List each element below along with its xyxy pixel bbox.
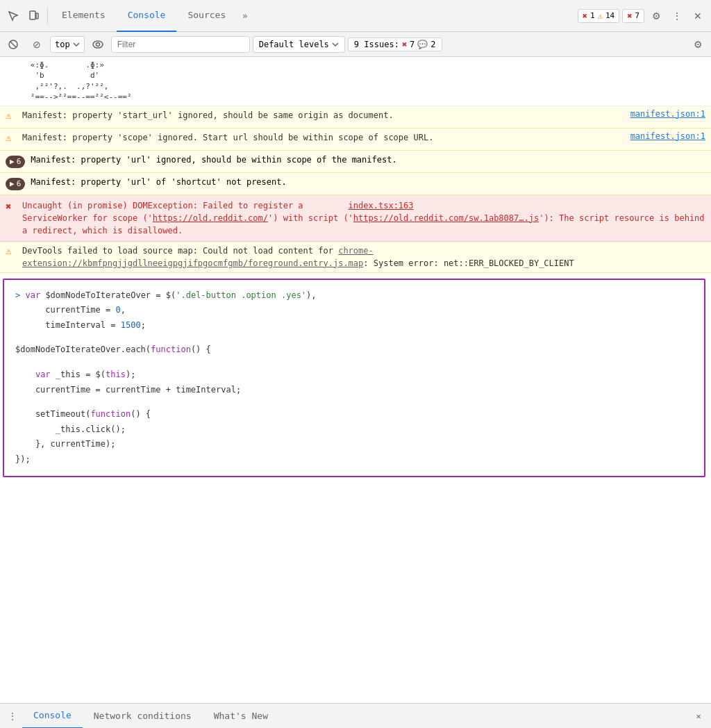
err-circle-icon: ✖ — [6, 201, 11, 212]
tab-more[interactable]: » — [237, 0, 253, 32]
code-selector-str: '.del-button .option .yes' — [176, 290, 306, 300]
code-blank-2 — [15, 358, 693, 367]
error-icon: ✖ — [583, 11, 587, 21]
svg-point-5 — [96, 42, 99, 46]
issues-info-count: 2 — [430, 40, 435, 49]
issue-error-icon: ✖ — [627, 11, 632, 21]
triangle-icon-3: ⚠ — [6, 245, 11, 256]
warn-icon-3: ⚠ — [6, 245, 19, 256]
dark-warn-message-2: ▶ 6 Manifest: property 'url' of 'shortcu… — [0, 173, 711, 195]
code-num-1500: 1500 — [121, 320, 141, 330]
issues-error-count: 7 — [410, 40, 415, 49]
warn-icon-2: ⚠ — [6, 132, 19, 143]
tab-console[interactable]: Console — [117, 0, 177, 32]
warn-file-2[interactable]: manifest.json:1 — [630, 131, 705, 141]
script-link[interactable]: https://old.reddit.com/sw.1ab8087….js — [353, 213, 539, 223]
code-line-4: $domNodeToIterateOver.each(function() { — [15, 342, 693, 358]
log-levels-selector[interactable]: Default levels — [253, 36, 345, 53]
block-icon[interactable]: ⊘ — [26, 34, 47, 55]
error-source-link[interactable]: index.tsx:163 — [349, 201, 414, 210]
error-message-1: ✖ Uncaught (in promise) DOMException: Fa… — [0, 195, 711, 242]
top-context-label: top — [55, 40, 70, 49]
bottom-tab-console[interactable]: Console — [22, 704, 83, 729]
code-var-kw: var — [25, 290, 40, 300]
warn-icon-1: ⚠ — [6, 110, 19, 121]
sourcemap-link[interactable]: chrome-extension://kbmfpngjjgdllneeigpgj… — [22, 246, 374, 268]
bottom-tab-network[interactable]: Network conditions — [83, 704, 203, 729]
tab-sources[interactable]: Sources — [176, 0, 237, 32]
triangle-icon-1: ⚠ — [6, 110, 11, 121]
cursor-icon[interactable] — [3, 6, 24, 26]
console-toolbar: ⊘ top Default levels 9 Issues: ✖ 7 💬 2 ⚙ — [0, 32, 711, 57]
repeat-count-2: 6 — [17, 179, 22, 188]
code-input-block[interactable]: > var $domNodeToIterateOver = $('.del-bu… — [3, 279, 705, 477]
warn-text-3: DevTools failed to load source map: Coul… — [22, 245, 705, 270]
warn-text-1: Manifest: property 'start_url' ignored, … — [22, 109, 625, 122]
code-num-0: 0 — [116, 305, 121, 315]
code-line-5: var _this = $(this); — [15, 367, 693, 383]
separator — [47, 8, 48, 24]
triangle-icon-2: ⚠ — [6, 132, 11, 143]
code-line-8: _this.click(); — [15, 422, 693, 438]
svg-rect-1 — [36, 13, 38, 19]
bottom-tab-whatsnew[interactable]: What's New — [203, 704, 279, 729]
top-context-selector[interactable]: top — [50, 36, 85, 53]
code-line-6: currentTime = currentTime + timeInterval… — [15, 383, 693, 398]
dark-warn-text-2: Manifest: property 'url' of 'shortcut' n… — [31, 177, 286, 187]
top-toolbar: Elements Console Sources » ✖ 1 ⚠ 14 ✖ 7 … — [0, 0, 711, 32]
code-var-kw-2: var — [35, 370, 51, 379]
device-icon[interactable] — [24, 6, 44, 26]
repeat-badge-1: ▶ 6 — [6, 156, 25, 168]
clear-console-icon[interactable] — [3, 34, 24, 55]
code-blank-1 — [15, 333, 693, 342]
warn-text-2: Manifest: property 'scope' ignored. Star… — [22, 131, 625, 144]
issue-count: 7 — [635, 11, 639, 20]
warn-message-2: ⚠ Manifest: property 'scope' ignored. St… — [0, 129, 711, 151]
play-icon-2: ▶ — [10, 179, 15, 188]
code-fn-kw-2: function — [90, 409, 131, 419]
issues-label: 9 Issues: — [354, 40, 399, 49]
issues-info-icon: 💬 — [417, 40, 428, 49]
warning-icon: ⚠ — [598, 11, 603, 21]
settings-icon[interactable]: ⚙ — [646, 6, 667, 26]
code-line-2: currentTime = 0, — [15, 303, 693, 318]
dark-warn-message-1: ▶ 6 Manifest: property 'url' ignored, sh… — [0, 151, 711, 173]
dark-warn-text-1: Manifest: property 'url' ignored, should… — [31, 155, 396, 165]
issue-badge[interactable]: ✖ 7 — [622, 9, 644, 23]
warning-count: 14 — [605, 11, 614, 20]
error-count: 1 — [590, 11, 595, 20]
close-devtools-icon[interactable]: ✕ — [687, 6, 708, 26]
tab-elements[interactable]: Elements — [51, 0, 117, 32]
warn-message-1: ⚠ Manifest: property 'start_url' ignored… — [0, 106, 711, 129]
code-fn-kw-1: function — [151, 345, 191, 354]
ascii-art-block: «:ɸ. .ɸ:» 'b d' ,²²'?,. .,?'²², ²==-->²²… — [0, 57, 711, 106]
bottom-more-icon[interactable]: ⋮ — [3, 706, 22, 726]
play-icon-1: ▶ — [10, 157, 15, 166]
warn-file-1[interactable]: manifest.json:1 — [630, 109, 705, 119]
repeat-count-1: 6 — [17, 157, 22, 166]
issues-counter[interactable]: 9 Issues: ✖ 7 💬 2 — [348, 38, 442, 51]
svg-rect-0 — [30, 11, 35, 19]
eye-icon[interactable] — [87, 34, 108, 55]
issues-error-icon: ✖ — [402, 40, 407, 49]
error-badge[interactable]: ✖ 1 ⚠ 14 — [578, 9, 619, 23]
console-settings-icon[interactable]: ⚙ — [687, 34, 708, 55]
svg-line-3 — [10, 42, 16, 47]
code-line-10: }); — [15, 452, 693, 468]
more-options-icon[interactable]: ⋮ — [667, 6, 687, 26]
prompt-symbol: > — [15, 290, 20, 300]
code-blank-3 — [15, 397, 693, 407]
scope-link[interactable]: https://old.reddit.com/ — [153, 213, 268, 223]
bottom-bar: ⋮ Console Network conditions What's New … — [0, 703, 711, 728]
close-bottom-panel-icon[interactable]: ✕ — [689, 706, 708, 726]
code-line-9: }, currentTime); — [15, 437, 693, 452]
console-main: «:ɸ. .ɸ:» 'b d' ,²²'?,. .,?'²², ²==-->²²… — [0, 57, 711, 703]
code-this-kw: this — [106, 370, 126, 379]
console-output[interactable]: «:ɸ. .ɸ:» 'b d' ,²²'?,. .,?'²², ²==-->²²… — [0, 57, 711, 703]
warn-message-3: ⚠ DevTools failed to load source map: Co… — [0, 242, 711, 273]
code-line-1: > var $domNodeToIterateOver = $('.del-bu… — [15, 288, 693, 304]
filter-input[interactable] — [111, 36, 250, 53]
levels-label: Default levels — [259, 40, 329, 49]
error-icon-area: ✖ — [6, 201, 19, 212]
repeat-badge-2: ▶ 6 — [6, 178, 25, 190]
